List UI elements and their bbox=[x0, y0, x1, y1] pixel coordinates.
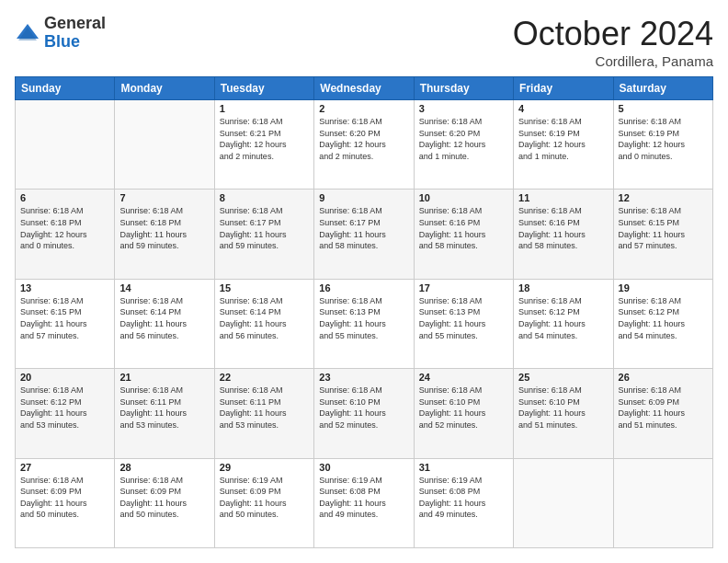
day-info: Sunrise: 6:18 AM Sunset: 6:15 PM Dayligh… bbox=[619, 205, 708, 251]
day-number: 23 bbox=[319, 372, 408, 383]
day-number: 11 bbox=[518, 192, 608, 203]
week-row-2: 6Sunrise: 6:18 AM Sunset: 6:18 PM Daylig… bbox=[16, 190, 713, 279]
calendar-cell: 16Sunrise: 6:18 AM Sunset: 6:13 PM Dayli… bbox=[314, 279, 414, 368]
month-title: October 2024 bbox=[513, 15, 713, 53]
day-info: Sunrise: 6:18 AM Sunset: 6:19 PM Dayligh… bbox=[619, 116, 708, 162]
day-number: 27 bbox=[20, 462, 109, 473]
day-info: Sunrise: 6:18 AM Sunset: 6:09 PM Dayligh… bbox=[619, 385, 708, 431]
calendar-cell: 2Sunrise: 6:18 AM Sunset: 6:20 PM Daylig… bbox=[314, 100, 414, 190]
day-number: 26 bbox=[619, 372, 708, 383]
calendar-cell: 29Sunrise: 6:19 AM Sunset: 6:09 PM Dayli… bbox=[214, 458, 313, 547]
day-info: Sunrise: 6:19 AM Sunset: 6:09 PM Dayligh… bbox=[220, 475, 309, 521]
day-number: 19 bbox=[619, 282, 708, 293]
col-saturday: Saturday bbox=[613, 77, 712, 100]
day-info: Sunrise: 6:18 AM Sunset: 6:17 PM Dayligh… bbox=[319, 205, 408, 251]
calendar-cell: 14Sunrise: 6:18 AM Sunset: 6:14 PM Dayli… bbox=[115, 279, 214, 368]
header: General Blue October 2024 Cordillera, Pa… bbox=[15, 15, 713, 69]
calendar-cell: 26Sunrise: 6:18 AM Sunset: 6:09 PM Dayli… bbox=[613, 369, 712, 458]
calendar-cell: 20Sunrise: 6:18 AM Sunset: 6:12 PM Dayli… bbox=[16, 369, 115, 458]
day-info: Sunrise: 6:18 AM Sunset: 6:19 PM Dayligh… bbox=[518, 116, 608, 162]
col-wednesday: Wednesday bbox=[314, 77, 414, 100]
day-number: 16 bbox=[319, 282, 408, 293]
day-info: Sunrise: 6:18 AM Sunset: 6:11 PM Dayligh… bbox=[119, 385, 209, 431]
logo-general: General bbox=[44, 15, 106, 33]
calendar-cell: 3Sunrise: 6:18 AM Sunset: 6:20 PM Daylig… bbox=[414, 100, 513, 190]
day-info: Sunrise: 6:18 AM Sunset: 6:17 PM Dayligh… bbox=[220, 205, 309, 251]
calendar-cell bbox=[613, 458, 712, 547]
day-info: Sunrise: 6:18 AM Sunset: 6:16 PM Dayligh… bbox=[419, 205, 508, 251]
day-number: 12 bbox=[619, 192, 708, 203]
calendar-cell: 30Sunrise: 6:19 AM Sunset: 6:08 PM Dayli… bbox=[314, 458, 414, 547]
calendar-cell: 18Sunrise: 6:18 AM Sunset: 6:12 PM Dayli… bbox=[514, 279, 613, 368]
calendar-cell: 21Sunrise: 6:18 AM Sunset: 6:11 PM Dayli… bbox=[115, 369, 214, 458]
day-info: Sunrise: 6:18 AM Sunset: 6:12 PM Dayligh… bbox=[518, 295, 608, 341]
title-block: October 2024 Cordillera, Panama bbox=[513, 15, 713, 69]
day-info: Sunrise: 6:18 AM Sunset: 6:15 PM Dayligh… bbox=[20, 295, 109, 341]
calendar-cell: 6Sunrise: 6:18 AM Sunset: 6:18 PM Daylig… bbox=[16, 190, 115, 279]
day-number: 10 bbox=[419, 192, 508, 203]
week-row-3: 13Sunrise: 6:18 AM Sunset: 6:15 PM Dayli… bbox=[16, 279, 713, 368]
day-info: Sunrise: 6:18 AM Sunset: 6:13 PM Dayligh… bbox=[419, 295, 508, 341]
calendar-cell: 31Sunrise: 6:19 AM Sunset: 6:08 PM Dayli… bbox=[414, 458, 513, 547]
col-thursday: Thursday bbox=[414, 77, 513, 100]
calendar-cell: 12Sunrise: 6:18 AM Sunset: 6:15 PM Dayli… bbox=[613, 190, 712, 279]
col-monday: Monday bbox=[115, 77, 214, 100]
week-row-4: 20Sunrise: 6:18 AM Sunset: 6:12 PM Dayli… bbox=[16, 369, 713, 458]
calendar-cell: 23Sunrise: 6:18 AM Sunset: 6:10 PM Dayli… bbox=[314, 369, 414, 458]
day-info: Sunrise: 6:18 AM Sunset: 6:13 PM Dayligh… bbox=[319, 295, 408, 341]
col-friday: Friday bbox=[514, 77, 613, 100]
day-number: 29 bbox=[220, 462, 309, 473]
day-number: 5 bbox=[619, 103, 708, 114]
calendar-cell: 4Sunrise: 6:18 AM Sunset: 6:19 PM Daylig… bbox=[514, 100, 613, 190]
day-number: 3 bbox=[419, 103, 508, 114]
calendar-cell bbox=[16, 100, 115, 190]
day-info: Sunrise: 6:18 AM Sunset: 6:21 PM Dayligh… bbox=[220, 116, 309, 162]
page: General Blue October 2024 Cordillera, Pa… bbox=[0, 0, 728, 563]
logo-text: General Blue bbox=[44, 15, 106, 52]
day-number: 28 bbox=[119, 462, 209, 473]
location: Cordillera, Panama bbox=[513, 53, 713, 69]
day-number: 1 bbox=[220, 103, 309, 114]
calendar-cell: 24Sunrise: 6:18 AM Sunset: 6:10 PM Dayli… bbox=[414, 369, 513, 458]
day-info: Sunrise: 6:18 AM Sunset: 6:20 PM Dayligh… bbox=[419, 116, 508, 162]
day-number: 21 bbox=[119, 372, 209, 383]
day-info: Sunrise: 6:18 AM Sunset: 6:10 PM Dayligh… bbox=[518, 385, 608, 431]
day-number: 14 bbox=[119, 282, 209, 293]
day-number: 30 bbox=[319, 462, 408, 473]
calendar-cell bbox=[514, 458, 613, 547]
day-info: Sunrise: 6:18 AM Sunset: 6:18 PM Dayligh… bbox=[119, 205, 209, 251]
day-info: Sunrise: 6:19 AM Sunset: 6:08 PM Dayligh… bbox=[419, 475, 508, 521]
calendar-cell: 8Sunrise: 6:18 AM Sunset: 6:17 PM Daylig… bbox=[214, 190, 313, 279]
calendar-cell: 28Sunrise: 6:18 AM Sunset: 6:09 PM Dayli… bbox=[115, 458, 214, 547]
day-info: Sunrise: 6:18 AM Sunset: 6:12 PM Dayligh… bbox=[619, 295, 708, 341]
logo-icon bbox=[15, 20, 40, 46]
calendar-cell: 5Sunrise: 6:18 AM Sunset: 6:19 PM Daylig… bbox=[613, 100, 712, 190]
calendar-cell: 22Sunrise: 6:18 AM Sunset: 6:11 PM Dayli… bbox=[214, 369, 313, 458]
day-info: Sunrise: 6:18 AM Sunset: 6:10 PM Dayligh… bbox=[419, 385, 508, 431]
calendar-cell: 19Sunrise: 6:18 AM Sunset: 6:12 PM Dayli… bbox=[613, 279, 712, 368]
day-info: Sunrise: 6:18 AM Sunset: 6:12 PM Dayligh… bbox=[20, 385, 109, 431]
day-number: 20 bbox=[20, 372, 109, 383]
calendar-cell: 13Sunrise: 6:18 AM Sunset: 6:15 PM Dayli… bbox=[16, 279, 115, 368]
calendar-cell bbox=[115, 100, 214, 190]
day-number: 9 bbox=[319, 192, 408, 203]
calendar-cell: 17Sunrise: 6:18 AM Sunset: 6:13 PM Dayli… bbox=[414, 279, 513, 368]
calendar-cell: 7Sunrise: 6:18 AM Sunset: 6:18 PM Daylig… bbox=[115, 190, 214, 279]
day-number: 4 bbox=[518, 103, 608, 114]
day-info: Sunrise: 6:18 AM Sunset: 6:10 PM Dayligh… bbox=[319, 385, 408, 431]
day-info: Sunrise: 6:18 AM Sunset: 6:20 PM Dayligh… bbox=[319, 116, 408, 162]
day-number: 24 bbox=[419, 372, 508, 383]
calendar-header-row: Sunday Monday Tuesday Wednesday Thursday… bbox=[16, 77, 713, 100]
day-number: 6 bbox=[20, 192, 109, 203]
day-number: 2 bbox=[319, 103, 408, 114]
week-row-5: 27Sunrise: 6:18 AM Sunset: 6:09 PM Dayli… bbox=[16, 458, 713, 547]
day-number: 17 bbox=[419, 282, 508, 293]
calendar-cell: 10Sunrise: 6:18 AM Sunset: 6:16 PM Dayli… bbox=[414, 190, 513, 279]
calendar-cell: 15Sunrise: 6:18 AM Sunset: 6:14 PM Dayli… bbox=[214, 279, 313, 368]
day-number: 31 bbox=[419, 462, 508, 473]
calendar-cell: 11Sunrise: 6:18 AM Sunset: 6:16 PM Dayli… bbox=[514, 190, 613, 279]
calendar-cell: 25Sunrise: 6:18 AM Sunset: 6:10 PM Dayli… bbox=[514, 369, 613, 458]
calendar-cell: 27Sunrise: 6:18 AM Sunset: 6:09 PM Dayli… bbox=[16, 458, 115, 547]
day-info: Sunrise: 6:18 AM Sunset: 6:14 PM Dayligh… bbox=[119, 295, 209, 341]
day-number: 7 bbox=[119, 192, 209, 203]
